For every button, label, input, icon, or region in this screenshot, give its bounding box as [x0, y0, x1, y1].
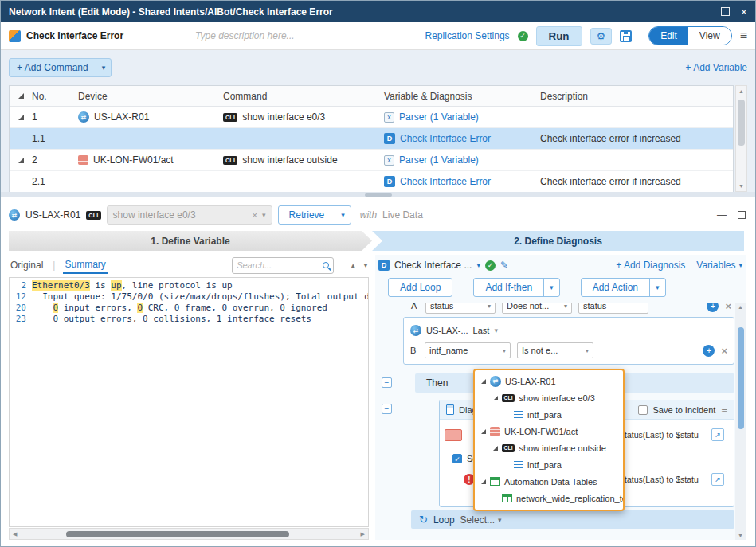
tree-item[interactable]: CLIshow interface e0/3 [475, 389, 623, 406]
field-select[interactable]: intf_name▾ [425, 342, 511, 358]
collapse-icon[interactable]: — [717, 209, 727, 221]
view-toggle[interactable]: View [688, 27, 731, 45]
save-to-incident-label: Save to Incident [653, 405, 716, 415]
splitter-handle[interactable] [1, 192, 755, 197]
edit-toggle[interactable]: Edit [649, 27, 688, 45]
clear-icon[interactable]: × [253, 210, 257, 220]
table-row-selected[interactable]: 1.1 DCheck Interface Error Check interfa… [10, 128, 733, 150]
expander-icon[interactable] [481, 429, 486, 434]
menu-icon[interactable]: ≡ [740, 29, 747, 43]
add-action-button[interactable]: Add Action▾ [581, 278, 666, 297]
replication-settings-link[interactable]: Replication Settings [425, 30, 510, 41]
search-input[interactable] [237, 260, 313, 270]
chevron-down-icon[interactable]: ▾ [262, 211, 266, 219]
chevron-down-icon[interactable]: ▾ [544, 283, 559, 291]
add-diagnosis-link[interactable]: + Add Diagnosis [616, 260, 685, 271]
scroll-down-icon[interactable]: ▼ [738, 181, 744, 191]
severity-swatch[interactable] [445, 429, 462, 441]
tab-summary[interactable]: Summary [63, 256, 107, 274]
add-variable-link[interactable]: + Add Variable [685, 62, 747, 73]
add-condition-icon[interactable]: + [707, 303, 719, 312]
expand-icon[interactable] [18, 158, 24, 163]
scrollbar-thumb[interactable] [66, 531, 289, 537]
search-next-icon[interactable]: ▼ [362, 262, 369, 269]
add-condition-icon[interactable]: + [703, 345, 715, 357]
menu-icon[interactable]: ≡ [721, 404, 727, 416]
expand-panel-icon[interactable] [738, 211, 746, 219]
expander-icon[interactable] [493, 446, 498, 451]
scroll-left-icon[interactable]: ◀ [10, 531, 20, 537]
table-row[interactable]: 2.1 DCheck Interface Error Check interfa… [10, 171, 733, 192]
description-input[interactable] [195, 30, 354, 41]
expand-icon[interactable] [18, 115, 24, 120]
check-icon: ✓ [485, 260, 496, 271]
tree-item[interactable]: ⇄US-LAX-R01 [475, 373, 623, 389]
horizontal-scrollbar[interactable]: ◀ ▶ [9, 528, 369, 540]
operator-select[interactable]: Is not e...▾ [517, 342, 593, 358]
chevron-down-icon[interactable]: ▾ [96, 64, 112, 72]
network-intent-window: Network Intent (Edit Mode) - Shared Inte… [0, 0, 756, 547]
field-select[interactable]: status▾ [425, 303, 496, 314]
qualifier-dropdown[interactable]: Last [473, 326, 490, 335]
tree-item[interactable]: network_wide_replication_tel... [475, 490, 623, 506]
loop-select[interactable]: Select... ▾ [460, 514, 502, 526]
scroll-down-icon[interactable]: ▼ [738, 531, 743, 540]
table-row[interactable]: 1 ⇄US-LAX-R01 CLIshow interface e0/3 xPa… [10, 107, 733, 128]
header-no: No. [32, 91, 78, 102]
chevron-down-icon[interactable]: ▾ [335, 211, 351, 219]
expand-all-icon[interactable] [18, 93, 24, 99]
scroll-right-icon[interactable]: ▶ [358, 531, 368, 537]
tree-item[interactable]: UK-LON-FW01/act [475, 423, 623, 440]
add-command-button[interactable]: + Add Command ▾ [9, 58, 112, 77]
value-input[interactable]: status [578, 303, 648, 314]
expander-icon[interactable] [481, 379, 486, 384]
remove-condition-icon[interactable]: × [721, 345, 727, 357]
close-icon[interactable]: × [741, 6, 747, 18]
diagnosis-scrollbar[interactable]: ▲ ▼ [735, 303, 746, 540]
scroll-up-icon[interactable]: ▲ [738, 303, 743, 311]
tree-item[interactable]: intf_para [475, 456, 623, 473]
tab-original[interactable]: Original [9, 257, 45, 273]
command-select[interactable]: show interface e0/3 × ▾ [107, 205, 272, 225]
variables-dropdown[interactable]: Variables ▾ [696, 260, 742, 271]
add-loop-button[interactable]: Add Loop [388, 278, 452, 297]
chevron-down-icon[interactable]: ▾ [476, 261, 480, 269]
remove-condition-icon[interactable]: × [725, 303, 731, 312]
search-icon[interactable] [323, 262, 329, 268]
command-text: show interface e0/3 [242, 111, 325, 123]
table-scrollbar[interactable]: ▲ ▼ [735, 85, 747, 192]
save-to-incident-checkbox[interactable] [638, 405, 648, 415]
external-link-icon[interactable]: ↗ [711, 428, 724, 441]
parser-link[interactable]: Parser (1 Variable) [399, 111, 479, 123]
external-link-icon[interactable]: ↗ [711, 473, 724, 486]
search-prev-icon[interactable]: ▲ [350, 262, 356, 269]
scroll-up-icon[interactable]: ▲ [738, 86, 744, 96]
operator-select[interactable]: Does not...▾ [502, 303, 572, 314]
maximize-icon[interactable] [721, 7, 730, 16]
scrollbar-thumb[interactable] [738, 100, 745, 146]
collapse-then-icon[interactable]: − [382, 377, 392, 388]
add-if-then-button[interactable]: Add If-then▾ [473, 278, 559, 297]
run-settings-button[interactable]: ⚙ [590, 28, 613, 45]
edit-icon[interactable]: ✎ [500, 260, 508, 271]
chevron-down-icon[interactable]: ▾ [650, 283, 665, 291]
tree-item[interactable]: CLIshow interface outside [475, 440, 623, 456]
diagnosis-link[interactable]: Check Interface Error [400, 133, 491, 144]
retrieve-button[interactable]: Retrieve ▾ [278, 205, 351, 225]
gear-icon: ⚙ [597, 30, 606, 42]
variable-tree-popup: ⇄US-LAX-R01CLIshow interface e0/3intf_pa… [473, 369, 625, 511]
diagnosis-link[interactable]: Check Interface Error [400, 176, 491, 187]
expander-icon[interactable] [481, 479, 486, 484]
collapse-diagnosis-icon[interactable]: − [382, 404, 392, 414]
run-button[interactable]: Run [536, 26, 582, 46]
option-checkbox[interactable]: ✓ [452, 454, 462, 463]
scrollbar-thumb[interactable] [738, 327, 744, 429]
parser-link[interactable]: Parser (1 Variable) [399, 154, 479, 166]
save-icon[interactable] [620, 30, 632, 42]
tree-item[interactable]: Automation Data Tables [475, 473, 623, 490]
chevron-down-icon[interactable]: ▾ [494, 326, 498, 334]
table-row[interactable]: 2 UK-LON-FW01/act CLIshow interface outs… [10, 150, 733, 171]
tree-item[interactable]: intf_para [475, 406, 623, 423]
expander-icon[interactable] [493, 396, 498, 400]
replication-check-icon: ✓ [518, 31, 528, 41]
